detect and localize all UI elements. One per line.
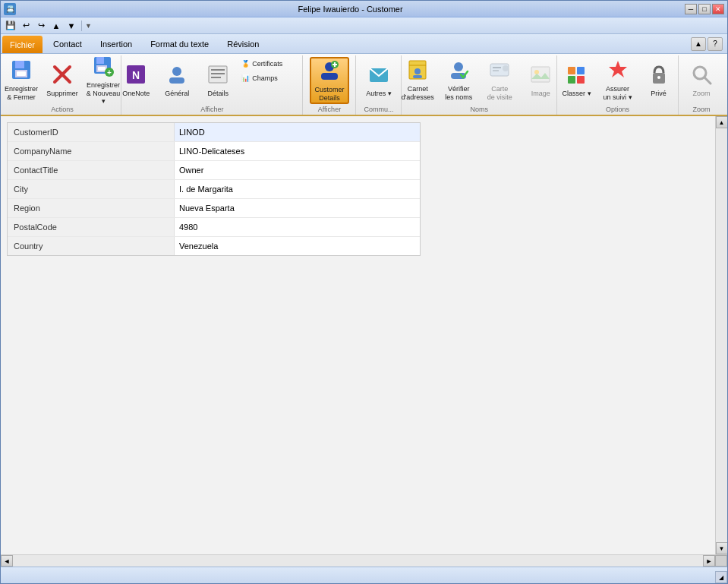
- close-button[interactable]: ✕: [712, 4, 724, 14]
- form-container: CustomerID LINOD CompanyName LINO-Delica…: [7, 122, 421, 256]
- scroll-right-btn[interactable]: ►: [703, 555, 715, 567]
- carte-visite-icon: [489, 59, 510, 84]
- customer-buttons: Customer Details: [310, 57, 349, 104]
- svg-rect-15: [169, 77, 184, 84]
- onenote-icon: N: [125, 64, 147, 88]
- window-title: Felipe Iwauierdo - Customer: [16, 5, 685, 14]
- svg-marker-42: [609, 61, 627, 77]
- contacttitle-label: ContactTitle: [8, 161, 175, 179]
- postalcode-label: PostalCode: [8, 218, 175, 236]
- menu-revision[interactable]: Révision: [218, 34, 268, 53]
- undo-btn[interactable]: ↩: [19, 19, 33, 33]
- qa-separator: [81, 21, 82, 31]
- zoom-group-label: Zoom: [682, 104, 721, 115]
- noms-group-label: Noms: [405, 104, 553, 115]
- svg-rect-41: [577, 76, 585, 84]
- ribbon-group-noms: Carnet d'adresses Vérifier: [402, 55, 557, 115]
- carnet-adresses-button[interactable]: Carnet d'adresses: [398, 57, 437, 104]
- up-btn[interactable]: ▲: [49, 19, 63, 33]
- certificats-icon: 🏅: [241, 60, 250, 68]
- champs-icon: 📊: [241, 74, 250, 82]
- autres-button[interactable]: Autres ▾: [359, 57, 399, 104]
- details-button[interactable]: Détails: [198, 57, 238, 104]
- vertical-scrollbar[interactable]: ▲ ▼: [715, 116, 727, 554]
- verifier-noms-button[interactable]: Vérifier les noms: [439, 57, 478, 104]
- ribbon-help-btn[interactable]: ?: [708, 37, 723, 51]
- quick-access-toolbar: 💾 ↩ ↪ ▲ ▼ ▼: [1, 17, 727, 34]
- minimize-button[interactable]: ─: [685, 4, 697, 14]
- commu-buttons: Autres ▾: [359, 57, 399, 104]
- svg-rect-36: [531, 67, 550, 82]
- verifier-noms-icon: [448, 59, 469, 84]
- down-btn[interactable]: ▼: [65, 19, 78, 33]
- svg-rect-38: [568, 67, 575, 74]
- customer-details-icon: [318, 58, 341, 84]
- scroll-left-btn[interactable]: ◄: [1, 555, 13, 567]
- status-bar: ◢: [1, 567, 727, 583]
- qa-dropdown[interactable]: ▼: [85, 22, 92, 30]
- afficher-buttons: N OneNote Général: [116, 57, 307, 104]
- menu-contact[interactable]: Contact: [44, 34, 91, 53]
- svg-rect-40: [568, 76, 575, 84]
- companyname-label: CompanyName: [8, 142, 175, 160]
- carte-visite-button[interactable]: Carte de visite: [480, 57, 519, 104]
- customer-group-label: Afficher: [306, 104, 352, 115]
- ribbon-nav-area: ▲ ?: [691, 34, 727, 53]
- redo-btn[interactable]: ↪: [34, 19, 48, 33]
- table-row: Region Nueva Esparta: [8, 199, 420, 218]
- save-new-icon: +: [93, 55, 114, 80]
- image-button[interactable]: Image: [521, 57, 560, 104]
- classer-button[interactable]: Classer ▾: [557, 57, 597, 104]
- ribbon-group-commu: Autres ▾ Commu...: [356, 55, 402, 115]
- table-row: ContactTitle Owner: [8, 161, 420, 180]
- companyname-value: LINO-Delicateses: [175, 142, 420, 160]
- title-bar: 📇 Felipe Iwauierdo - Customer ─ □ ✕: [1, 1, 727, 17]
- options-group-label: Options: [560, 104, 675, 115]
- scroll-corner: [715, 555, 727, 567]
- prive-button[interactable]: Privé: [639, 57, 679, 104]
- country-value: Venezuela: [175, 237, 420, 255]
- save-close-icon: [11, 59, 32, 84]
- champs-button[interactable]: 📊 Champs: [239, 71, 307, 85]
- customerid-value: LINOD: [175, 123, 420, 141]
- menu-spacer: [268, 34, 691, 53]
- assurer-suivi-icon: [607, 59, 629, 84]
- enregistrer-fermer-button[interactable]: Enregistrer & Fermer: [2, 57, 41, 104]
- app-icon: 📇: [4, 3, 16, 15]
- menu-fichier[interactable]: Fichier: [2, 36, 43, 53]
- scroll-up-btn[interactable]: ▲: [716, 116, 728, 128]
- resize-handle[interactable]: ◢: [715, 571, 727, 583]
- maximize-button[interactable]: □: [698, 4, 711, 14]
- details-icon: [207, 64, 228, 88]
- contacttitle-value: Owner: [175, 161, 420, 179]
- enregistrer-nouveau-button[interactable]: + Enregistrer & Nouveau ▾: [84, 57, 123, 104]
- assurer-suivi-button[interactable]: Assurer un suivi ▾: [598, 57, 638, 104]
- svg-line-46: [704, 77, 711, 84]
- city-value: I. de Margarita: [175, 180, 420, 198]
- supprimer-button[interactable]: Supprimer: [43, 57, 82, 104]
- ribbon-group-customer: Customer Details Afficher: [303, 55, 356, 115]
- svg-rect-39: [577, 67, 585, 74]
- save-quick-btn[interactable]: 💾: [4, 19, 17, 33]
- certificats-button[interactable]: 🏅 Certificats: [239, 57, 307, 71]
- region-label: Region: [8, 199, 175, 217]
- menu-insertion[interactable]: Insertion: [91, 34, 141, 53]
- scroll-down-btn[interactable]: ▼: [716, 542, 728, 554]
- options-buttons: Classer ▾ Assurer un suivi ▾: [557, 57, 679, 104]
- carnet-adresses-icon: [407, 59, 428, 84]
- horizontal-scrollbar[interactable]: ◄ ►: [1, 554, 727, 567]
- zoom-button[interactable]: Zoom: [682, 57, 721, 104]
- ribbon-up-btn[interactable]: ▲: [691, 37, 706, 51]
- autres-icon: [368, 64, 389, 88]
- general-button[interactable]: Général: [157, 57, 197, 104]
- noms-buttons: Carnet d'adresses Vérifier: [398, 57, 560, 104]
- svg-rect-3: [17, 71, 26, 76]
- table-row: CustomerID LINOD: [8, 123, 420, 142]
- svg-rect-7: [96, 57, 104, 64]
- menu-format[interactable]: Format du texte: [141, 34, 218, 53]
- svg-rect-9: [98, 67, 106, 71]
- postalcode-value: 4980: [175, 218, 420, 236]
- ribbon-group-actions: Enregistrer & Fermer Supprimer: [4, 55, 121, 115]
- customer-details-button[interactable]: Customer Details: [310, 57, 349, 104]
- svg-point-35: [503, 65, 509, 71]
